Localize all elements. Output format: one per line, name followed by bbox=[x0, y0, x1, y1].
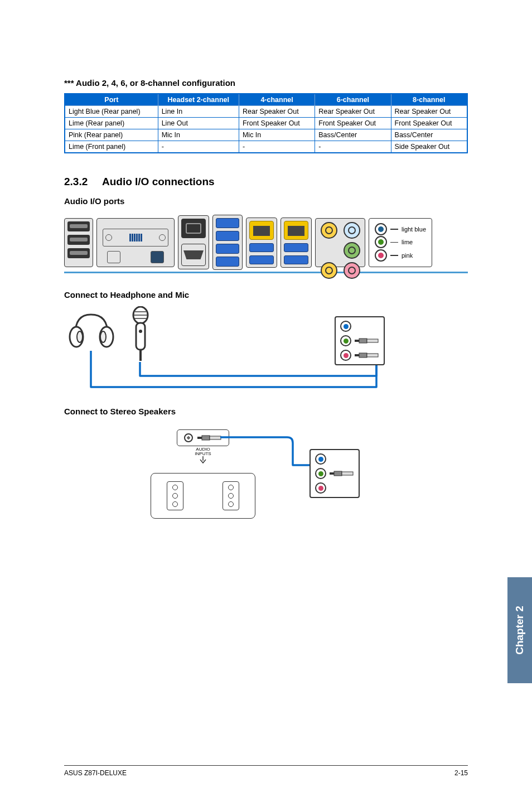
page-footer: ASUS Z87I-DELUXE 2-15 bbox=[64, 765, 468, 777]
sub-stereo: Connect to Stereo Speakers bbox=[64, 407, 468, 416]
table-cell: Mic In bbox=[239, 129, 315, 141]
section-heading: 2.3.2 Audio I/O connections bbox=[64, 176, 468, 188]
plug-icon bbox=[355, 338, 379, 344]
svg-rect-19 bbox=[342, 472, 353, 475]
headphone-mic-figure bbox=[64, 306, 468, 395]
table-cell: Pink (Rear panel) bbox=[65, 129, 158, 141]
table-cell: Light Blue (Rear panel) bbox=[65, 106, 158, 118]
svg-rect-11 bbox=[355, 354, 359, 356]
th-6ch: 6-channel bbox=[315, 94, 391, 106]
table-cell: Line In bbox=[158, 106, 239, 118]
table-cell: - bbox=[158, 141, 239, 153]
plug-icon bbox=[355, 352, 379, 358]
legend-pink: pink bbox=[402, 252, 413, 259]
table-cell: Front Speaker Out bbox=[391, 118, 467, 129]
table-cell: Rear Speaker Out bbox=[391, 106, 467, 118]
jack-panel-icon bbox=[335, 316, 385, 365]
svg-rect-17 bbox=[330, 472, 334, 475]
svg-rect-13 bbox=[367, 354, 378, 357]
usb-hdmi-icon bbox=[178, 215, 209, 269]
th-8ch: 8-channel bbox=[391, 94, 467, 106]
config-title: *** Audio 2, 4, 6, or 8-channel configur… bbox=[64, 78, 468, 88]
table-cell: Bass/Center bbox=[391, 129, 467, 141]
section-title-text: Audio I/O connections bbox=[102, 176, 215, 187]
svg-rect-10 bbox=[367, 339, 378, 342]
th-2ch: Headset 2-channel bbox=[158, 94, 239, 106]
svg-rect-12 bbox=[359, 353, 367, 357]
sub-headphone-mic: Connect to Headphone and Mic bbox=[64, 290, 468, 299]
chapter-tab: Chapter 2 bbox=[507, 577, 532, 683]
table-cell: Mic In bbox=[158, 129, 239, 141]
lan-usb-1-icon bbox=[246, 218, 277, 268]
table-cell: - bbox=[239, 141, 315, 153]
table-cell: Rear Speaker Out bbox=[239, 106, 315, 118]
legend-lime: lime bbox=[402, 239, 413, 245]
ps2-stack-icon bbox=[64, 218, 93, 267]
table-cell: Front Speaker Out bbox=[315, 118, 391, 129]
svg-rect-9 bbox=[359, 339, 367, 343]
wifi-module-icon bbox=[96, 218, 175, 267]
chapter-label: Chapter 2 bbox=[514, 606, 526, 655]
audio-jacks-icon bbox=[315, 218, 365, 267]
jack-panel-icon bbox=[309, 449, 360, 498]
jack-legend: light blue lime pink bbox=[369, 218, 432, 267]
section-num: 2.3.2 bbox=[64, 176, 88, 187]
lan-usb-2-icon bbox=[280, 218, 312, 268]
table-cell: Front Speaker Out bbox=[239, 118, 315, 129]
footer-left: ASUS Z87I-DELUXE bbox=[64, 769, 127, 777]
table-cell: Rear Speaker Out bbox=[315, 106, 391, 118]
th-port: Port bbox=[65, 94, 158, 106]
table-cell: - bbox=[315, 141, 391, 153]
table-cell: Bass/Center bbox=[315, 129, 391, 141]
table-cell: Side Speaker Out bbox=[391, 141, 467, 153]
usb3-stack-1-icon bbox=[212, 215, 243, 270]
stereo-figure: AUDIOINPUTS bbox=[64, 424, 468, 535]
plug-icon bbox=[330, 471, 354, 476]
audio-config-table: Port Headset 2-channel 4-channel 6-chann… bbox=[64, 93, 468, 153]
footer-right: 2-15 bbox=[454, 769, 468, 777]
table-cell: Line Out bbox=[158, 118, 239, 129]
io-panel-figure: light blue lime pink bbox=[64, 211, 468, 273]
table-cell: Lime (Rear panel) bbox=[65, 118, 158, 129]
svg-rect-8 bbox=[355, 340, 359, 342]
svg-rect-18 bbox=[334, 471, 342, 476]
table-cell: Lime (Front panel) bbox=[65, 141, 158, 153]
sub-audio-io-ports: Audio I/O ports bbox=[64, 196, 468, 206]
legend-lb: light blue bbox=[402, 226, 426, 233]
th-4ch: 4-channel bbox=[239, 94, 315, 106]
